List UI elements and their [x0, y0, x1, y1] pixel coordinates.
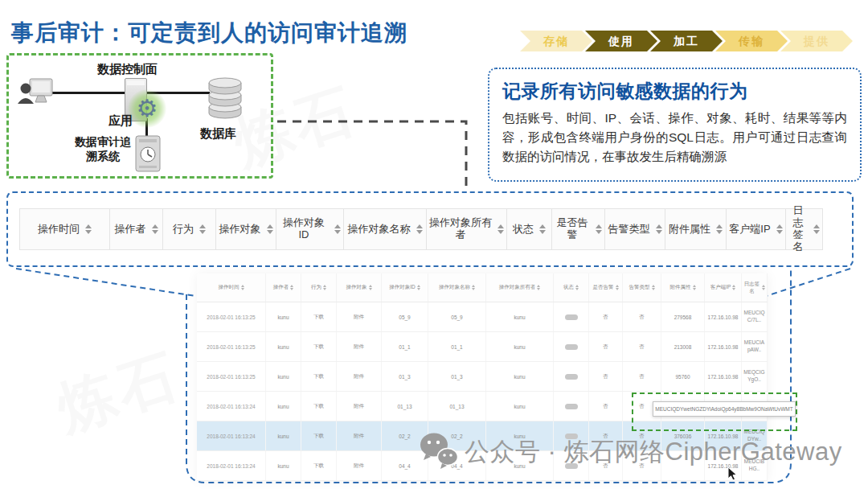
column-header[interactable]: 客户端IP [726, 208, 786, 250]
sort-icon[interactable] [416, 224, 423, 234]
sort-icon[interactable] [716, 224, 723, 234]
sort-icon[interactable] [152, 224, 158, 234]
sort-icon[interactable] [497, 224, 504, 234]
sort-icon[interactable] [776, 224, 783, 234]
cell-attachment: 213008 [661, 332, 705, 361]
column-header[interactable]: 操作对象 [337, 273, 382, 302]
column-header[interactable]: 操作对象名称 [428, 273, 486, 302]
status-pill-icon [565, 314, 578, 320]
column-header[interactable]: 是否告警 [551, 208, 605, 250]
column-header[interactable]: 行为 [162, 208, 216, 250]
column-header[interactable]: 客户端IP [705, 273, 742, 302]
sort-icon[interactable] [537, 285, 540, 290]
sort-icon[interactable] [417, 285, 420, 290]
column-header[interactable]: 告警类型 [623, 273, 661, 302]
sort-icon[interactable] [472, 285, 475, 290]
column-header[interactable]: 附件属性 [661, 273, 705, 302]
sort-icon[interactable] [762, 285, 765, 290]
column-header[interactable]: 日志签名 [742, 273, 768, 302]
cell-object: 附件 [337, 451, 382, 480]
wechat-icon [420, 432, 458, 472]
column-header[interactable]: 操作者 [109, 208, 163, 250]
column-header[interactable]: 日志签名 [785, 208, 823, 250]
pipeline-stage[interactable]: 传输 [715, 31, 788, 51]
cell-owner: kunu [486, 332, 554, 361]
sort-icon[interactable] [199, 224, 206, 234]
pipeline-stage[interactable]: 存储 [520, 31, 592, 51]
column-header[interactable]: 状态 [554, 273, 589, 302]
cell-action: 下载 [301, 362, 337, 391]
sort-icon[interactable] [693, 285, 696, 290]
column-header[interactable]: 行为 [301, 273, 337, 302]
audit-server-icon [134, 134, 162, 175]
column-header[interactable]: 操作对象ID [382, 273, 428, 302]
sort-icon[interactable] [575, 285, 579, 290]
sort-icon[interactable] [267, 224, 273, 234]
column-header-label: 客户端IP [729, 224, 770, 236]
cell-attachment: 95760 [661, 362, 705, 391]
data-lifecycle-pipeline: 存储 使用 加工 传输 提供 [527, 31, 853, 51]
cell-action: 下载 [301, 421, 337, 450]
column-header[interactable]: 告警类型 [604, 208, 665, 250]
cell-alarm-type: 否 [623, 332, 661, 361]
column-header[interactable]: 状态 [506, 208, 552, 250]
table-row[interactable]: 2018-02-01 16:13:25 kunu 下载 附件 01_3 01_3… [197, 362, 768, 392]
sort-icon[interactable] [596, 224, 602, 234]
connector-line [44, 92, 125, 94]
sort-icon[interactable] [369, 285, 372, 290]
sort-icon[interactable] [539, 224, 546, 234]
column-header[interactable]: 操作对象 [215, 208, 276, 250]
column-header[interactable]: 附件属性 [665, 208, 727, 250]
column-header-label: 是否告警 [593, 284, 614, 290]
user-terminal-icon [17, 75, 55, 113]
column-header[interactable]: 操作对象所有者 [486, 273, 554, 302]
table-row[interactable]: 2018-02-01 16:13:25 kunu 下载 附件 05_9 05_9… [197, 302, 768, 332]
pipeline-stage[interactable]: 提供 [780, 31, 853, 51]
column-header-label: 行为 [311, 284, 321, 290]
status-pill-icon [565, 374, 578, 380]
sort-icon[interactable] [241, 285, 244, 290]
column-header[interactable]: 操作时间 [19, 208, 110, 250]
cell-object: 附件 [337, 332, 382, 361]
sort-icon[interactable] [323, 285, 326, 290]
slide: 炼石 炼石 炼石 事后审计：可定责到人的访问审计追溯 存储 使用 加工 传输 提… [0, 0, 868, 489]
cell-object: 附件 [337, 392, 382, 421]
pipeline-stage[interactable]: 使用 [585, 31, 657, 51]
sort-icon[interactable] [616, 285, 619, 290]
sort-icon[interactable] [813, 224, 820, 234]
column-header-label: 操作者 [273, 284, 289, 290]
column-header[interactable]: 操作者 [266, 273, 301, 302]
sort-icon[interactable] [334, 224, 341, 234]
column-header[interactable]: 操作对象ID [276, 208, 344, 250]
column-header[interactable]: 是否告警 [589, 273, 623, 302]
table-row[interactable]: 2018-02-01 16:13:25 kunu 下载 附件 01_1 01_1… [197, 332, 768, 362]
sort-icon[interactable] [656, 224, 662, 234]
pipeline-stage[interactable]: 加工 [650, 31, 723, 51]
cell-object-id: 01_3 [382, 362, 428, 391]
background-logo-watermark: 炼石 [47, 336, 190, 449]
cell-object-name: 01_1 [428, 332, 486, 361]
cell-status [554, 362, 589, 391]
column-header[interactable]: 操作对象名称 [343, 208, 427, 250]
page-title: 事后审计：可定责到人的访问审计追溯 [11, 18, 407, 48]
mouse-cursor-icon [727, 466, 739, 481]
watermark: 公众号 · 炼石网络CipherGateway [420, 432, 842, 472]
column-header[interactable]: 操作时间 [197, 273, 266, 302]
sort-icon[interactable] [652, 285, 655, 290]
cell-action: 下载 [301, 332, 337, 361]
column-header-label: 操作对象所有者 [429, 217, 492, 241]
column-header-label: 告警类型 [608, 224, 650, 236]
sort-icon[interactable] [732, 285, 735, 290]
cell-actor: kunu [266, 451, 301, 480]
sort-icon[interactable] [85, 224, 92, 234]
cell-owner: kunu [486, 302, 554, 331]
cell-object-name: 05_9 [428, 302, 486, 331]
signature-tooltip: MEUCIQDYwetNGZDYiAdoiQp64y8BbMw9ONaWtUvW… [653, 401, 796, 417]
cell-actor: kunu [266, 332, 301, 361]
column-header[interactable]: 操作对象所有者 [426, 208, 507, 250]
audit-table-header: 操作时间 操作者 行为 操作对象 操作对象ID [20, 208, 823, 250]
sort-icon[interactable] [290, 285, 293, 290]
column-header-label: 日志签名 [743, 281, 760, 294]
cell-object-id: 01_13 [382, 392, 428, 421]
cell-actor: kunu [266, 362, 301, 391]
